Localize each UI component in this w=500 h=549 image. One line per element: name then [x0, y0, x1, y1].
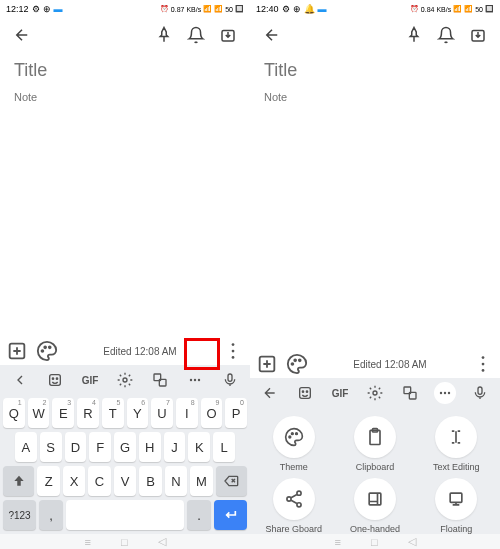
period-key[interactable]: .	[187, 500, 211, 530]
mic-button[interactable]	[213, 372, 246, 388]
archive-button[interactable]	[214, 21, 242, 49]
svg-point-24	[482, 363, 485, 366]
floating-option[interactable]: Floating	[417, 478, 496, 534]
svg-point-28	[307, 391, 308, 392]
edit-timestamp: Edited 12:08 AM	[66, 346, 214, 357]
svg-point-5	[232, 343, 235, 346]
enter-key[interactable]	[214, 500, 247, 530]
settings-button[interactable]	[109, 372, 142, 388]
key-l[interactable]: L	[213, 432, 235, 462]
svg-point-38	[295, 433, 297, 435]
key-i[interactable]: I8	[176, 398, 198, 428]
status-time: 12:12	[6, 4, 29, 14]
reminder-button[interactable]	[432, 21, 460, 49]
note-bottom-bar: Edited 12:08 AM	[0, 337, 250, 365]
key-p[interactable]: P0	[225, 398, 247, 428]
key-g[interactable]: G	[114, 432, 136, 462]
key-h[interactable]: H	[139, 432, 161, 462]
note-input[interactable]	[14, 91, 236, 103]
kb-back-button[interactable]	[254, 385, 287, 401]
sticker-button[interactable]	[289, 385, 322, 401]
nav-back[interactable]: ◁	[158, 535, 166, 548]
svg-point-11	[123, 378, 127, 382]
back-button[interactable]	[8, 21, 36, 49]
key-x[interactable]: X	[63, 466, 85, 496]
space-key[interactable]	[66, 500, 184, 530]
more-vert-button[interactable]	[222, 340, 244, 362]
nav-recents[interactable]: ≡	[334, 536, 340, 548]
status-time: 12:40	[256, 4, 279, 14]
svg-point-37	[291, 433, 293, 435]
key-e[interactable]: E3	[52, 398, 74, 428]
key-k[interactable]: K	[188, 432, 210, 462]
key-y[interactable]: Y6	[127, 398, 149, 428]
settings-button[interactable]	[359, 385, 392, 401]
key-r[interactable]: R4	[77, 398, 99, 428]
key-d[interactable]: D	[65, 432, 87, 462]
key-q[interactable]: Q1	[3, 398, 25, 428]
more-horiz-button[interactable]	[428, 382, 461, 404]
translate-button[interactable]	[393, 385, 426, 401]
key-t[interactable]: T5	[102, 398, 124, 428]
key-c[interactable]: C	[88, 466, 110, 496]
shift-key[interactable]	[3, 466, 34, 496]
key-s[interactable]: S	[40, 432, 62, 462]
kb-back-button[interactable]	[4, 372, 37, 388]
key-v[interactable]: V	[114, 466, 136, 496]
key-z[interactable]: Z	[37, 466, 59, 496]
app-toolbar	[0, 18, 250, 52]
symbols-key[interactable]: ?123	[3, 500, 36, 530]
svg-point-27	[303, 391, 304, 392]
svg-point-22	[299, 359, 301, 361]
nav-recents[interactable]: ≡	[84, 536, 90, 548]
note-content	[0, 52, 250, 337]
svg-point-16	[198, 379, 200, 381]
svg-point-29	[373, 391, 377, 395]
comma-key[interactable]: ,	[39, 500, 63, 530]
translate-button[interactable]	[143, 372, 176, 388]
title-input[interactable]	[14, 60, 236, 81]
key-f[interactable]: F	[89, 432, 111, 462]
backspace-key[interactable]	[216, 466, 247, 496]
pin-button[interactable]	[400, 21, 428, 49]
key-o[interactable]: O9	[201, 398, 223, 428]
clipboard-option[interactable]: Clipboard	[335, 416, 414, 472]
svg-point-15	[194, 379, 196, 381]
title-input[interactable]	[264, 60, 486, 81]
palette-button[interactable]	[286, 353, 308, 375]
add-button[interactable]	[256, 353, 278, 375]
nav-bar: ≡□◁	[0, 534, 250, 549]
reminder-button[interactable]	[182, 21, 210, 49]
nav-home[interactable]: □	[121, 536, 128, 548]
key-n[interactable]: N	[165, 466, 187, 496]
key-a[interactable]: A	[15, 432, 37, 462]
svg-point-6	[232, 350, 235, 353]
key-b[interactable]: B	[139, 466, 161, 496]
palette-button[interactable]	[36, 340, 58, 362]
more-vert-button[interactable]	[472, 353, 494, 375]
theme-option[interactable]: Theme	[254, 416, 333, 472]
onehand-option[interactable]: One-handed	[335, 478, 414, 534]
pin-button[interactable]	[150, 21, 178, 49]
nav-back[interactable]: ◁	[408, 535, 416, 548]
status-bar: 12:12⚙⊕▬ ⏰0.87 KB/s📶📶50🔲	[0, 0, 250, 18]
mic-button[interactable]	[463, 385, 496, 401]
nav-home[interactable]: □	[371, 536, 378, 548]
note-input[interactable]	[264, 91, 486, 103]
textedit-option[interactable]: Text Editing	[417, 416, 496, 472]
share-option[interactable]: Share Gboard	[254, 478, 333, 534]
gif-button[interactable]: GIF	[324, 388, 357, 399]
key-w[interactable]: W2	[28, 398, 50, 428]
svg-point-21	[294, 359, 296, 361]
gif-button[interactable]: GIF	[74, 375, 107, 386]
add-button[interactable]	[6, 340, 28, 362]
archive-button[interactable]	[464, 21, 492, 49]
key-u[interactable]: U7	[151, 398, 173, 428]
sticker-button[interactable]	[39, 372, 72, 388]
back-button[interactable]	[258, 21, 286, 49]
svg-point-32	[440, 392, 442, 394]
svg-rect-44	[369, 493, 381, 505]
more-horiz-button[interactable]	[178, 372, 211, 388]
key-j[interactable]: J	[164, 432, 186, 462]
key-m[interactable]: M	[190, 466, 212, 496]
